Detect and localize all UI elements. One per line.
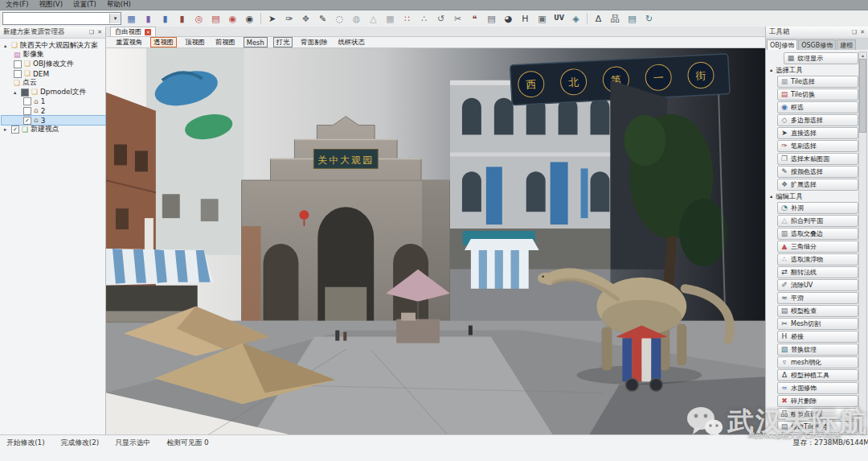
expander-icon[interactable]: ▸ [4,126,11,133]
section-edit-tools[interactable]: ▴ 编辑工具 [768,191,858,201]
scroll-up-icon[interactable]: ▴ [862,52,864,58]
pie-icon[interactable]: ◕ [502,12,515,26]
tool-tile-select[interactable]: ▦Tile选择 [777,76,858,88]
tree-node-viewpoint[interactable]: ▸ ✓ ❏ 新建视点 [2,125,105,134]
menu-settings[interactable]: 设置(T) [73,0,96,10]
scissors-icon[interactable]: ✂ [451,12,465,26]
triangle-icon[interactable]: △ [366,12,380,26]
tool-box-select[interactable]: ◉框选 [777,101,858,113]
tile-edit-icon[interactable]: ▤ [209,12,223,26]
tool-pick-overlap-edges[interactable]: ▥选取交叠边 [777,228,858,240]
tool-mesh-weaken[interactable]: ▿mesh弱化 [777,356,858,368]
tool-smooth[interactable]: ≈平滑 [777,292,858,304]
tile-grid-icon[interactable]: ▦ [125,12,138,26]
pin-icon[interactable]: ❏ [852,29,857,35]
tool-replace-texture[interactable]: ▨替换纹理 [777,344,858,356]
uv-icon[interactable]: UV [552,12,566,26]
grid-faded-icon[interactable]: ▦ [383,12,397,26]
tool-water-surface[interactable]: ≈水面修饰 [777,382,858,394]
refresh-icon[interactable]: ↻ [642,12,656,26]
tool-model-check[interactable]: ▤模型检查 [777,305,858,317]
status-start-edit[interactable]: 开始修改(1) [6,438,45,448]
pin-icon[interactable]: ❏ [89,29,94,35]
status-finish-edit[interactable]: 完成修改(2) [61,438,100,448]
tool-bridge[interactable]: H桥接 [777,331,858,343]
stamp-icon[interactable]: ❝ [468,12,481,26]
doc-icon[interactable]: ▤ [625,12,639,26]
texture-display-button[interactable]: ▦ 纹理显示 [784,52,858,64]
checkbox-unchecked[interactable] [14,60,22,68]
camera-icon[interactable]: ◈ [569,12,583,26]
tool-fit-to-plane[interactable]: △拟合到平面 [777,215,858,227]
menu-file[interactable]: 文件(F) [6,0,29,10]
point-cloud-icon[interactable]: ∴ [417,12,431,26]
tool-select-untextured[interactable]: ❐选择未贴图面 [777,153,858,165]
expander-icon[interactable]: ▴ [4,43,11,49]
viewport-3d-scene[interactable]: 关中大观园 [106,48,765,438]
chevron-down-icon[interactable]: ▾ [109,14,121,23]
tab-free-view[interactable]: 自由视图 ✕ [110,27,156,36]
model-purple-icon[interactable]: ▮ [141,12,155,26]
tool-direct-select[interactable]: ➤直接选择 [777,127,858,139]
lighting-toggle-button[interactable]: 打光 [273,37,293,47]
checkbox-checked[interactable]: ✓ [11,126,19,134]
menu-view[interactable]: 视图(V) [39,0,63,10]
model-brown-icon[interactable]: ▮ [175,12,189,26]
tool-mesh-cut[interactable]: ✂Mesh切割 [777,318,858,330]
loop-icon[interactable]: ↺ [434,12,448,26]
tool-flip-normals[interactable]: ⇄翻转法线 [777,266,858,278]
note-icon[interactable]: ▣ [535,12,549,26]
top-view-button[interactable]: 顶视图 [182,38,207,47]
tool-tile-switch[interactable]: ▤Tile切换 [777,88,858,101]
layer-combobox[interactable]: ▾ [2,12,121,25]
tree-node-pointcloud[interactable]: ❏ 点云 [2,78,105,88]
tab-modeling[interactable]: 建模 [837,39,856,50]
cursor-icon[interactable]: ➤ [265,12,279,26]
close-icon[interactable]: ✕ [97,29,102,35]
close-icon[interactable]: ✕ [860,29,865,35]
section-selection-tools[interactable]: ▴ 选择工具 [768,65,858,75]
backface-cull-button[interactable]: 背面剔除 [298,38,330,47]
tree-node-dpmodel[interactable]: ▴ ❏ Dpmodel文件 [2,88,105,97]
tree-node-model-2[interactable]: ⌂ 2 [2,106,105,116]
reset-view-button[interactable]: 重置视角 [113,38,145,47]
checkbox-unchecked[interactable] [23,107,31,115]
tree-node-imageset[interactable]: ▤ 影像集 [2,51,105,60]
scrollbar-thumb[interactable] [859,59,866,133]
tree-node-model-1[interactable]: ⌂ 1 [2,97,105,107]
mesh-toggle-button[interactable]: Mesh [244,37,268,47]
search-plus-icon[interactable]: ◉ [243,12,256,26]
front-view-button[interactable]: 前视图 [213,38,238,47]
tool-fragment-delete[interactable]: ✖碎片删除 [777,395,858,407]
tool-select-by-color[interactable]: ✎按颜色选择 [777,166,858,178]
tree-node-dem[interactable]: ❏ DEM [2,69,105,79]
tool-model-planting[interactable]: Δ模型种植工具 [777,369,858,381]
tree-node-obj-files[interactable]: ❏ OBJ修改文件 [2,60,105,69]
search-icon[interactable]: ◉ [226,12,240,26]
expander-icon[interactable]: ▴ [14,89,21,96]
tool-fill-hole[interactable]: ◔补洞 [777,202,858,214]
menu-help[interactable]: 帮助(H) [107,0,131,10]
checkbox-unchecked[interactable] [14,70,22,78]
tool-brush-select[interactable]: ✑笔刷选择 [777,140,858,152]
checkbox-unchecked[interactable] [23,97,31,105]
tree-node-model-3[interactable]: ✓ ⌂ 3 [2,116,105,126]
circle-select-icon[interactable]: ◍ [350,12,363,26]
image-icon[interactable]: ▤ [485,12,498,26]
pen-icon[interactable]: ✎ [316,12,330,26]
tab-osgb-edit[interactable]: OSGB修饰 [798,39,836,50]
checkbox-checked[interactable]: ✓ [23,117,31,125]
bridge-icon[interactable]: H [518,12,532,26]
tool-root-node-setting[interactable]: 品根节点设置 [777,408,858,420]
marquee-icon[interactable]: ❖ [299,12,313,26]
hierarchy-icon[interactable]: 品 [608,12,622,26]
status-show-selected-only[interactable]: 只显示选中 [115,438,150,448]
tab-obj-edit[interactable]: OBJ修饰 [767,39,797,50]
tool-triangle-subdivide[interactable]: ▲三角细分 [777,241,858,253]
perspective-button[interactable]: 透视图 [150,37,177,47]
lasso-icon[interactable]: ◌ [333,12,346,26]
tree-node-solution[interactable]: ▴ ❏ 陕西关中大观园解决方案 [2,41,105,51]
toolbox-scrollbar[interactable]: ▴ ▾ [858,51,867,437]
model-blue-icon[interactable]: ▮ [158,12,172,26]
tab-close-icon[interactable]: ✕ [145,29,151,35]
